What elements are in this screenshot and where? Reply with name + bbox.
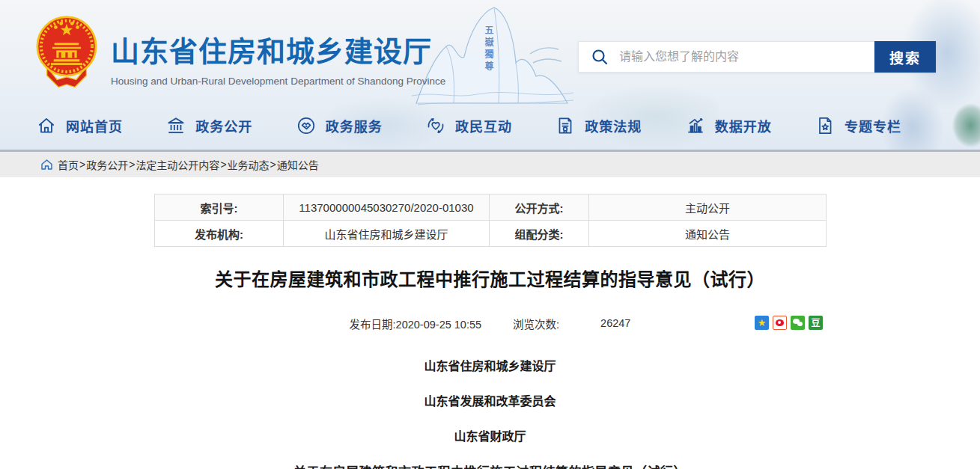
nav-item-gov-services[interactable]: 政务服务 <box>296 115 383 136</box>
site-logo-block: 山东省住房和城乡建设厅 Housing and Urban-Rural Deve… <box>36 15 445 91</box>
nav-item-gov-disclosure[interactable]: 政务公开 <box>165 115 252 136</box>
nav-label: 数据开放 <box>715 116 772 135</box>
category-value: 通知公告 <box>589 221 827 247</box>
site-title-block: 山东省住房和城乡建设厅 Housing and Urban-Rural Deve… <box>111 15 445 87</box>
nav-item-home[interactable]: 网站首页 <box>36 115 123 136</box>
weibo-share-icon[interactable] <box>773 316 787 330</box>
breadcrumb-separator: > <box>270 159 276 171</box>
site-subtitle-english: Housing and Urban-Rural Development Depa… <box>111 76 445 87</box>
nav-item-policies[interactable]: 政策法规 <box>555 115 642 136</box>
douban-glyph: 豆 <box>811 319 820 328</box>
nav-label: 专题专栏 <box>844 116 901 135</box>
document-title-line: 关于在房屋建筑和市政工程中推行施工过程结算的指导意见（试行） <box>154 462 826 469</box>
government-building-icon <box>165 115 186 136</box>
breadcrumb: 首页 > 政务公开 > 法定主动公开内容 > 业务动态 > 通知公告 <box>0 150 980 177</box>
weibo-eye-glyph <box>776 319 784 326</box>
issuing-agency-line-2: 山东省发展和改革委员会 <box>154 391 826 409</box>
disclosure-method-label: 公开方式: <box>490 194 589 221</box>
issuing-agency-label: 发布机构: <box>155 221 284 247</box>
issuing-agency-line-1: 山东省住房和城乡建设厅 <box>154 356 826 374</box>
wechat-share-icon[interactable] <box>791 316 805 330</box>
views-label: 浏览次数: <box>513 316 559 331</box>
document-info-table: 索引号: 113700000045030270/2020-01030 公开方式:… <box>154 194 827 247</box>
breadcrumb-item-business-updates[interactable]: 业务动态 <box>228 157 270 172</box>
breadcrumb-separator: > <box>79 159 85 171</box>
nav-label: 政策法规 <box>585 116 642 135</box>
page-content: 索引号: 113700000045030270/2020-01030 公开方式:… <box>0 177 980 469</box>
handshake-icon <box>296 115 317 136</box>
publish-date: 发布日期:2020-09-25 10:55 <box>350 316 482 331</box>
nav-label: 网站首页 <box>66 116 123 135</box>
wechat-bubble-glyph <box>797 322 803 326</box>
search-button[interactable]: 搜索 <box>874 41 936 73</box>
douban-share-icon[interactable]: 豆 <box>809 316 823 330</box>
table-row: 索引号: 113700000045030270/2020-01030 公开方式:… <box>155 194 827 221</box>
main-nav: 网站首页 政务公开 政务服务 政民互动 <box>0 101 980 150</box>
nav-label: 政务公开 <box>195 116 252 135</box>
breadcrumb-item-notices[interactable]: 通知公告 <box>277 157 319 172</box>
disclosure-method-value: 主动公开 <box>589 194 827 221</box>
breadcrumb-home-icon <box>41 159 52 170</box>
nav-item-public-interaction[interactable]: 政民互动 <box>425 115 512 136</box>
breadcrumb-item-gov-disclosure[interactable]: 政务公开 <box>86 157 128 172</box>
search-input-wrap <box>579 42 874 72</box>
site-header: 五嶽獨尊 山东省住房和城乡建设厅 <box>0 0 980 150</box>
bar-chart-icon <box>685 115 706 136</box>
category-label: 组配分类: <box>490 221 589 247</box>
home-icon <box>36 115 57 136</box>
breadcrumb-item-statutory-content[interactable]: 法定主动公开内容 <box>136 157 219 172</box>
national-emblem-logo <box>36 15 97 91</box>
qzone-share-icon[interactable]: ★ <box>755 316 769 330</box>
mount-tai-inscription: 五嶽獨尊 <box>482 25 495 73</box>
table-row: 发布机构: 山东省住房和城乡建设厅 组配分类: 通知公告 <box>155 221 827 247</box>
article-body: 山东省住房和城乡建设厅 山东省发展和改革委员会 山东省财政厅 关于在房屋建筑和市… <box>154 356 826 469</box>
document-seal-icon <box>555 115 576 136</box>
site-title: 山东省住房和城乡建设厅 <box>111 28 445 70</box>
views-count: 26247 <box>600 317 630 329</box>
nav-label: 政务服务 <box>326 116 383 135</box>
index-number-value: 113700000045030270/2020-01030 <box>284 194 490 221</box>
article-title: 关于在房屋建筑和市政工程中推行施工过程结算的指导意见（试行） <box>154 265 826 291</box>
breadcrumb-separator: > <box>220 159 226 171</box>
nav-item-open-data[interactable]: 数据开放 <box>685 115 772 136</box>
issuing-agency-line-3: 山东省财政厅 <box>154 426 826 444</box>
nav-label: 政民互动 <box>455 116 512 135</box>
site-search: 搜索 <box>578 41 936 73</box>
breadcrumb-item-home[interactable]: 首页 <box>58 157 79 172</box>
share-bar: ★ 豆 <box>755 316 823 330</box>
index-number-label: 索引号: <box>155 194 284 221</box>
star-page-icon <box>815 115 836 136</box>
issuing-agency-value: 山东省住房和城乡建设厅 <box>284 221 490 247</box>
nav-item-special-topics[interactable]: 专题专栏 <box>815 115 901 136</box>
article-meta-row: 发布日期:2020-09-25 10:55 浏览次数: 26247 ★ 豆 <box>154 315 826 331</box>
breadcrumb-separator: > <box>129 159 135 171</box>
search-input[interactable] <box>619 50 874 64</box>
search-icon <box>591 48 609 66</box>
heart-circle-icon <box>425 115 446 136</box>
qzone-star-glyph: ★ <box>758 318 767 328</box>
